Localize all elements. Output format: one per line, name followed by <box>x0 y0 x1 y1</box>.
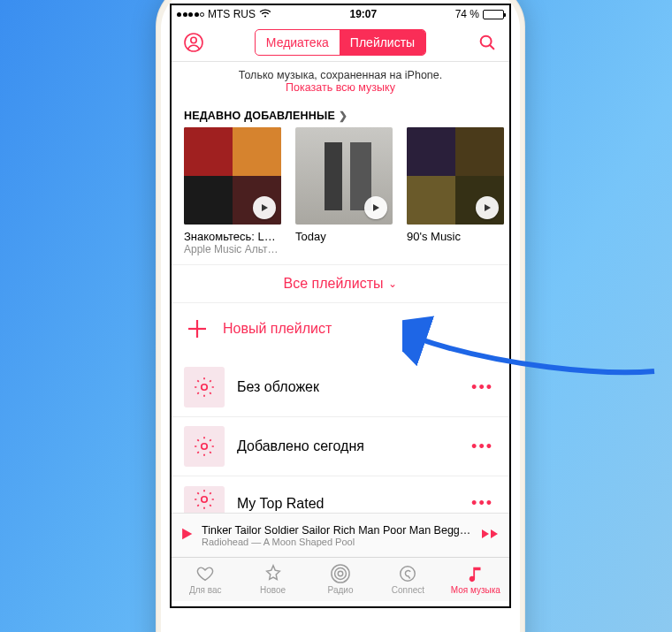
play-icon[interactable] <box>253 196 276 219</box>
info-banner: Только музыка, сохраненная на iPhone. По… <box>172 62 509 103</box>
show-all-music-link[interactable]: Показать всю музыку <box>180 81 500 94</box>
filter-label: Все плейлисты <box>284 276 384 292</box>
now-playing-bar[interactable]: Tinker Tailor Soldier Sailor Rich Man Po… <box>172 513 509 557</box>
svg-point-7 <box>202 444 208 450</box>
play-icon[interactable] <box>476 196 499 219</box>
forward-icon[interactable] <box>481 528 500 544</box>
recently-added-label: НЕДАВНО ДОБАВЛЕННЫЕ <box>184 110 335 122</box>
profile-icon[interactable] <box>182 31 205 54</box>
tab-for-you[interactable]: Для вас <box>172 558 239 601</box>
banner-text: Только музыка, сохраненная на iPhone. <box>180 69 500 81</box>
tab-label: Новое <box>260 585 286 595</box>
clock: 19:07 <box>349 8 377 20</box>
status-bar: MTS RUS 19:07 74 % <box>172 5 509 23</box>
svg-point-9 <box>338 571 343 576</box>
now-playing-subtitle: Radiohead — A Moon Shaped Pool <box>202 537 472 547</box>
playlist-label: Без обложек <box>237 379 455 395</box>
gear-icon <box>184 367 225 407</box>
svg-point-10 <box>335 568 347 580</box>
tab-label: Моя музыка <box>451 585 500 595</box>
plus-icon <box>184 316 210 342</box>
tab-label: Connect <box>392 585 424 595</box>
svg-point-12 <box>401 567 416 582</box>
tab-label: Для вас <box>189 585 222 595</box>
nav-header: Медиатека Плейлисты <box>172 23 509 62</box>
chevron-down-icon: ⌄ <box>388 278 397 290</box>
album-title: 90's Music <box>407 230 504 243</box>
playlist-row[interactable]: Добавлено сегодня ••• <box>172 416 509 476</box>
tab-new[interactable]: Новое <box>239 558 306 601</box>
more-icon[interactable]: ••• <box>468 378 497 397</box>
new-playlist-button[interactable]: Новый плейлист <box>172 302 509 358</box>
wifi-icon <box>259 8 271 20</box>
album-card[interactable]: Знакомьтесь: Lush Apple Music Альт… <box>184 127 281 255</box>
now-playing-title: Tinker Tailor Soldier Sailor Rich Man Po… <box>202 524 472 537</box>
album-art <box>184 127 281 225</box>
recently-added-row[interactable]: Знакомьтесь: Lush Apple Music Альт… Toda… <box>172 127 509 264</box>
segment-library[interactable]: Медиатека <box>256 30 340 55</box>
playlist-row[interactable]: My Top Rated ••• <box>172 476 509 513</box>
segment-playlists[interactable]: Плейлисты <box>340 30 425 55</box>
album-art <box>407 127 504 225</box>
album-art <box>295 127 393 225</box>
battery-icon <box>483 10 504 19</box>
iphone-frame: MTS RUS 19:07 74 % Медиатека Плейлисты <box>156 0 525 632</box>
album-subtitle: Apple Music Альт… <box>184 243 281 255</box>
play-icon[interactable] <box>180 528 193 544</box>
playlist-row[interactable]: Без обложек ••• <box>172 358 509 416</box>
album-card[interactable]: 90's Music <box>407 127 504 255</box>
segmented-control: Медиатека Плейлисты <box>255 29 426 56</box>
play-icon[interactable] <box>364 196 387 219</box>
iphone-inner-frame: MTS RUS 19:07 74 % Медиатека Плейлисты <box>161 0 520 632</box>
gear-icon <box>184 486 225 513</box>
tab-bar: Для вас Новое Радио Connect Моя музыка <box>172 557 509 601</box>
signal-dots-icon <box>177 12 204 17</box>
tab-connect[interactable]: Connect <box>374 558 441 601</box>
chevron-right-icon: ❯ <box>339 110 347 122</box>
more-icon[interactable]: ••• <box>468 485 497 513</box>
search-icon[interactable] <box>476 31 499 54</box>
album-card[interactable]: Today <box>295 127 393 255</box>
screen: MTS RUS 19:07 74 % Медиатека Плейлисты <box>170 4 511 608</box>
gear-icon <box>184 426 225 467</box>
tab-label: Радио <box>328 585 354 595</box>
album-title: Today <box>295 230 393 243</box>
carrier-label: MTS RUS <box>208 8 256 20</box>
svg-point-8 <box>202 497 208 503</box>
battery-percent: 74 % <box>455 8 479 20</box>
new-playlist-label: Новый плейлист <box>223 321 332 337</box>
svg-line-3 <box>490 44 493 48</box>
svg-point-1 <box>191 37 196 42</box>
album-title: Знакомьтесь: Lush <box>184 230 281 243</box>
recently-added-header[interactable]: НЕДАВНО ДОБАВЛЕННЫЕ ❯ <box>172 103 509 127</box>
playlist-filter[interactable]: Все плейлисты ⌄ <box>172 264 509 302</box>
more-icon[interactable]: ••• <box>468 438 497 456</box>
playlist-label: My Top Rated <box>237 487 455 512</box>
playlist-label: Добавлено сегодня <box>237 438 455 454</box>
svg-point-6 <box>202 385 208 391</box>
tab-radio[interactable]: Радио <box>307 558 374 601</box>
tab-my-music[interactable]: Моя музыка <box>442 558 509 601</box>
